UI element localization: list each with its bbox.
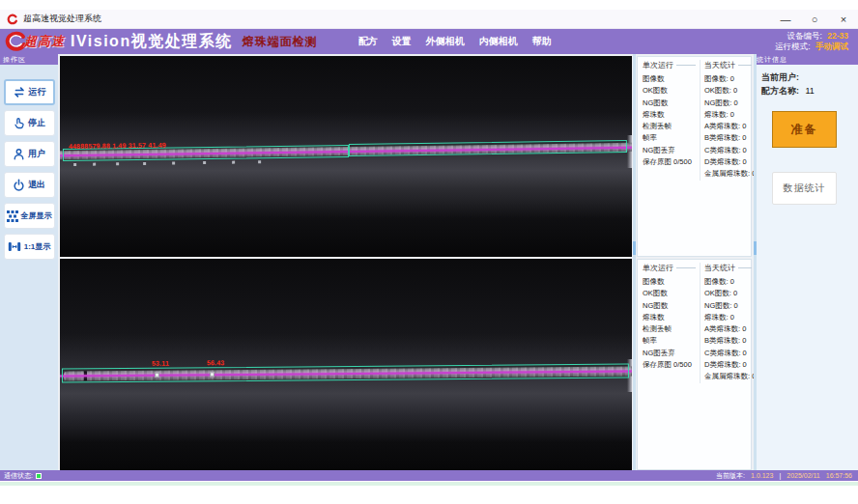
bead-marker xyxy=(116,162,119,165)
stat-row: 检测丢帧 xyxy=(643,121,696,132)
stat-row: NG图数: 0 xyxy=(704,98,752,109)
stat-row: 熔珠数 xyxy=(643,109,696,121)
main-menu: 配方 设置 外侧相机 内侧相机 帮助 xyxy=(358,35,552,48)
user-button[interactable]: 用户 xyxy=(4,141,55,167)
one-to-one-icon xyxy=(8,240,21,253)
stat-row: 图像数: 0 xyxy=(704,73,752,85)
app-logo-icon xyxy=(7,14,18,25)
device-info: 设备编号: 22-33 运行模式: 手动调试 xyxy=(775,31,848,52)
current-user-row: 当前用户: xyxy=(761,70,850,84)
power-icon xyxy=(13,179,25,191)
stats-column: 单次运行 图像数 OK图数 NG图数 熔珠数 检测丢帧 帧率 NG图丢弃 保存原… xyxy=(633,54,753,470)
stat-row: 金属屑熔珠数: 0 xyxy=(704,371,752,382)
stat-row: OK图数: 0 xyxy=(704,85,752,97)
fullscreen-grid-icon xyxy=(7,210,18,222)
measurement-text: 44888579.88 1.49 31.57 41.49 xyxy=(69,142,166,150)
stat-row: 熔珠数: 0 xyxy=(704,312,752,323)
menu-inner-camera[interactable]: 内侧相机 xyxy=(479,35,518,48)
bead-marker xyxy=(143,162,146,165)
detected-strip-zone: 53.11 56.43 xyxy=(60,359,632,389)
stop-button-label: 停止 xyxy=(28,117,45,129)
stat-row: A类熔珠数: 0 xyxy=(704,323,752,335)
version-label: 当前版本: xyxy=(716,471,745,481)
current-user-label: 当前用户: xyxy=(761,72,799,82)
splitter-bar[interactable] xyxy=(633,54,636,470)
sidebar-buttons: 运行 停止 用户 xyxy=(0,65,58,260)
main-area: 操作区 运行 停止 xyxy=(0,54,858,470)
stat-row: 帧率 xyxy=(643,132,696,144)
stat-row: B类熔珠数: 0 xyxy=(704,132,752,144)
stat-row: OK图数 xyxy=(643,85,696,97)
stat-row: 图像数 xyxy=(643,276,696,288)
stat-row: C类熔珠数: 0 xyxy=(704,145,752,156)
stat-row: NG图数: 0 xyxy=(704,300,752,312)
menu-outer-camera[interactable]: 外侧相机 xyxy=(426,35,465,48)
bead-square-marker xyxy=(155,373,159,378)
splitter-handle[interactable] xyxy=(754,241,757,255)
exit-button-label: 退出 xyxy=(28,179,45,191)
taskbar-strip xyxy=(0,482,858,486)
run-button-label: 运行 xyxy=(29,86,46,98)
device-number-value: 22-33 xyxy=(827,31,848,41)
stat-row: 熔珠数: 0 xyxy=(704,109,752,121)
window-titlebar: 超高速视觉处理系统 — ○ × xyxy=(0,10,858,29)
menu-recipe[interactable]: 配方 xyxy=(358,35,378,48)
splitter-handle[interactable] xyxy=(633,241,636,255)
stat-row: OK图数 xyxy=(643,288,696,299)
stat-row: OK图数: 0 xyxy=(704,288,752,299)
run-cycle-icon xyxy=(13,86,26,98)
stat-row: 图像数: 0 xyxy=(704,276,752,288)
stat-row: 熔珠数 xyxy=(643,312,696,323)
bead-marker xyxy=(203,161,206,164)
menu-settings[interactable]: 设置 xyxy=(392,35,412,48)
bead-marker xyxy=(93,163,96,166)
stat-row: NG图数 xyxy=(643,98,696,109)
detection-roi-box xyxy=(62,363,629,382)
minimize-button[interactable]: — xyxy=(771,10,800,28)
bead-marker xyxy=(232,161,235,164)
inner-camera-image[interactable]: 53.11 56.43 xyxy=(60,259,632,470)
run-mode-value: 手动调试 xyxy=(815,42,848,51)
bead-marker xyxy=(172,161,175,164)
close-button[interactable]: × xyxy=(829,10,858,28)
status-bar: 通信状态: 当前版本: 1.0.123 | 2025/02/11 16:57:5… xyxy=(0,470,858,481)
stop-button[interactable]: 停止 xyxy=(4,110,55,136)
info-panel: 统计信息 当前用户: 配方名称: 11 准备 数据统计 xyxy=(754,54,858,470)
user-button-label: 用户 xyxy=(28,148,45,160)
stat-row: 保存原图 0/500 xyxy=(643,156,696,168)
outer-camera-image[interactable]: 44888579.88 1.49 31.57 41.49 xyxy=(60,56,632,257)
brand-logo: 超高速 xyxy=(3,31,65,52)
run-mode-label: 运行模式: xyxy=(775,42,810,51)
data-stats-button[interactable]: 数据统计 xyxy=(772,172,837,205)
splitter-bar[interactable] xyxy=(754,54,757,470)
info-body: 当前用户: 配方名称: 11 xyxy=(754,65,858,103)
prepare-button[interactable]: 准备 xyxy=(772,111,837,148)
one-to-one-button[interactable]: 1:1显示 xyxy=(4,234,55,260)
version-value: 1.0.123 xyxy=(751,472,773,479)
stat-row: 保存原图 0/500 xyxy=(643,359,696,371)
operation-sidebar: 操作区 运行 停止 xyxy=(0,54,58,470)
bead-marker xyxy=(73,163,76,166)
stat-row: NG图丢弃 xyxy=(643,145,696,156)
stat-row: NG图数 xyxy=(643,300,696,312)
sidebar-caption: 操作区 xyxy=(0,54,58,65)
window-controls: — ○ × xyxy=(771,10,858,28)
fullscreen-button[interactable]: 全屏显示 xyxy=(4,203,55,229)
stat-row: NG图丢弃 xyxy=(643,348,696,359)
time-value: 16:57:56 xyxy=(826,472,852,479)
app-window: 超高速视觉处理系统 — ○ × 超高速 IVision视觉处理系统 熔珠端面检测… xyxy=(0,0,858,504)
single-run-title: 单次运行 xyxy=(643,60,696,70)
detection-roi-box xyxy=(349,140,627,156)
app-header: 超高速 IVision视觉处理系统 熔珠端面检测 配方 设置 外侧相机 内侧相机… xyxy=(0,29,858,54)
outer-camera-stats-panel: 单次运行 图像数 OK图数 NG图数 熔珠数 检测丢帧 帧率 NG图丢弃 保存原… xyxy=(637,56,752,257)
exit-button[interactable]: 退出 xyxy=(4,172,55,198)
stat-row: 金属屑熔珠数: 0 xyxy=(704,168,752,180)
daily-stats-group: 当天统计 图像数: 0 OK图数: 0 NG图数: 0 熔珠数: 0 A类熔珠数… xyxy=(700,263,752,383)
comm-status-label: 通信状态: xyxy=(4,471,33,481)
window-title: 超高速视觉处理系统 xyxy=(23,13,101,25)
run-button[interactable]: 运行 xyxy=(4,79,55,105)
single-run-group: 单次运行 图像数 OK图数 NG图数 熔珠数 检测丢帧 帧率 NG图丢弃 保存原… xyxy=(643,60,696,168)
fullscreen-button-label: 全屏显示 xyxy=(21,210,52,221)
maximize-button[interactable]: ○ xyxy=(800,10,829,28)
menu-help[interactable]: 帮助 xyxy=(532,35,552,48)
